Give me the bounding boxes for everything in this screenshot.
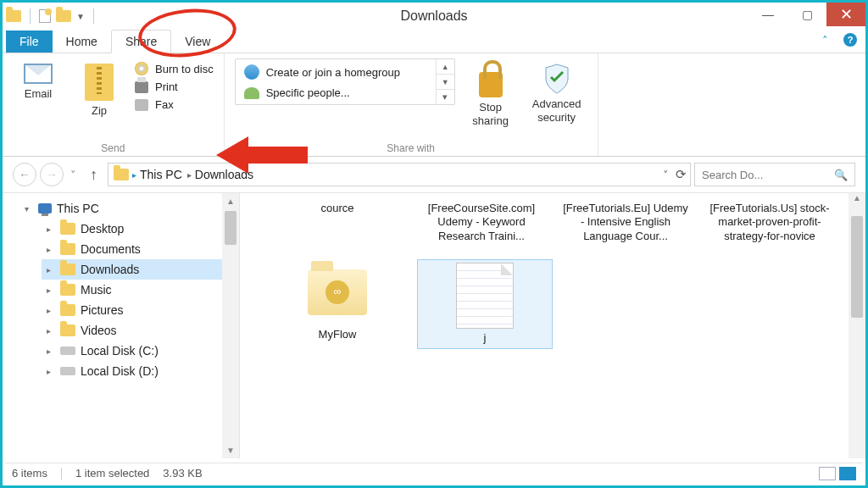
content-area: ▾ This PC ▸Desktop▸Documents▸Downloads▸M… <box>3 192 865 458</box>
tree-item-downloads[interactable]: ▸Downloads <box>42 259 239 280</box>
ribbon-collapse-icon[interactable]: ˄ <box>822 34 828 47</box>
file-name: [FreeTutorials.Eu] Udemy - Intensive Eng… <box>562 202 689 243</box>
tree-item-pictures[interactable]: ▸Pictures <box>42 300 239 320</box>
search-box[interactable]: Search Do... 🔍 <box>694 163 855 186</box>
caret-right-icon[interactable]: ▸ <box>47 306 55 315</box>
burn-to-disc-button[interactable]: Burn to disc <box>135 62 214 75</box>
tree-item-desktop[interactable]: ▸Desktop <box>42 219 239 239</box>
help-icon[interactable]: ? <box>843 33 857 47</box>
file-pane[interactable]: cource[FreeCourseSite.com] Udemy - Keywo… <box>240 193 865 458</box>
caret-right-icon[interactable]: ▸ <box>47 225 55 234</box>
group-label-send: Send <box>13 139 214 154</box>
scroll-up-icon[interactable]: ▲ <box>853 193 861 202</box>
scroll-down-icon[interactable]: ▼ <box>226 446 235 455</box>
tree-item-label: Local Disk (D:) <box>81 364 159 378</box>
caret-right-icon[interactable]: ▸ <box>47 265 55 274</box>
tab-view[interactable]: View <box>171 30 224 53</box>
address-dropdown-icon[interactable]: ˅ <box>663 169 669 181</box>
tree-item-label: Local Disk (C:) <box>81 344 159 358</box>
email-button[interactable]: Email <box>13 58 64 101</box>
pc-icon <box>38 203 52 214</box>
breadcrumb-current[interactable]: Downloads <box>195 168 253 181</box>
maximize-button[interactable]: ▢ <box>787 3 826 26</box>
disc-icon <box>135 62 148 75</box>
tree-this-pc[interactable]: ▾ This PC <box>19 198 239 219</box>
tree-item-local-disk-c-[interactable]: ▸Local Disk (C:) <box>42 341 239 361</box>
caret-right-icon[interactable]: ▸ <box>47 245 55 254</box>
caret-right-icon[interactable]: ▸ <box>47 326 55 336</box>
caret-right-icon[interactable]: ▸ <box>47 286 55 295</box>
caret-right-icon[interactable]: ▸ <box>47 347 55 356</box>
icons-view-icon[interactable] <box>839 467 856 480</box>
folder-icon <box>60 243 75 255</box>
quick-access-toolbar: ▼ <box>3 8 97 24</box>
gallery-up-icon[interactable]: ▲ <box>437 59 454 75</box>
shield-icon <box>544 64 570 94</box>
close-button[interactable]: ✕ <box>826 3 865 26</box>
scroll-up-icon[interactable]: ▲ <box>226 197 235 206</box>
address-bar[interactable]: ▸ This PC▸ Downloads ˅ ⟳ <box>108 163 691 186</box>
tab-file[interactable]: File <box>6 30 53 53</box>
breadcrumb-root[interactable]: This PC▸ <box>140 168 192 181</box>
folder-icon <box>60 304 75 316</box>
tree-item-label: Downloads <box>81 263 139 276</box>
gallery-scroll[interactable]: ▲ ▼ ▾ <box>436 59 454 104</box>
file-item[interactable]: ∞MyFlow <box>274 260 401 348</box>
tree-item-label: Videos <box>81 324 117 337</box>
people-icon <box>244 87 259 99</box>
folder-icon: ∞ <box>297 260 378 324</box>
filepane-scrollbar[interactable]: ▲ <box>849 193 865 458</box>
view-mode-switch[interactable] <box>819 467 856 480</box>
refresh-icon[interactable]: ⟳ <box>676 167 687 182</box>
print-button[interactable]: Print <box>135 80 214 93</box>
scrollbar-thumb[interactable] <box>225 211 236 245</box>
ribbon-share: Email Zip Burn to disc Print Fax <box>3 53 865 157</box>
file-item[interactable]: [FreeCourseSite.com] Udemy - Keyword Res… <box>418 202 545 243</box>
navigation-pane[interactable]: ▾ This PC ▸Desktop▸Documents▸Downloads▸M… <box>3 193 240 458</box>
minimize-button[interactable]: — <box>748 3 787 26</box>
tree-item-local-disk-d-[interactable]: ▸Local Disk (D:) <box>42 361 239 381</box>
advanced-security-button[interactable]: Advanced security <box>526 58 587 124</box>
nav-back-button[interactable]: ← <box>13 163 36 186</box>
gallery-more-icon[interactable]: ▾ <box>437 90 454 104</box>
file-item[interactable]: cource <box>274 202 401 243</box>
caret-right-icon[interactable]: ▸ <box>47 367 55 376</box>
zip-button[interactable]: Zip <box>74 58 125 118</box>
qat-dropdown-icon[interactable]: ▼ <box>76 12 85 21</box>
file-item[interactable]: [FreeTutorials.Us] stock-market-proven-p… <box>706 202 833 243</box>
group-label-sharewith: Share with <box>235 139 587 154</box>
file-icon <box>444 263 526 328</box>
folder-icon <box>60 263 75 275</box>
tree-item-label: Pictures <box>81 303 124 317</box>
navpane-scrollbar[interactable]: ▲ ▼ <box>222 193 239 458</box>
new-doc-icon[interactable] <box>39 9 51 23</box>
fax-button[interactable]: Fax <box>135 98 214 111</box>
share-gallery[interactable]: Create or join a homegroup Specific peop… <box>235 58 455 105</box>
stop-sharing-button[interactable]: Stop sharing <box>465 58 516 127</box>
tab-share[interactable]: Share <box>111 30 171 53</box>
scrollbar-thumb[interactable] <box>851 216 863 318</box>
tree-item-videos[interactable]: ▸Videos <box>42 320 239 341</box>
group-share-with: Create or join a homegroup Specific peop… <box>225 53 598 156</box>
globe-icon <box>244 64 259 80</box>
drive-icon <box>60 367 75 375</box>
open-folder-icon[interactable] <box>56 10 71 22</box>
details-view-icon[interactable] <box>819 467 836 480</box>
status-selection: 1 item selected <box>75 467 149 480</box>
tree-item-documents[interactable]: ▸Documents <box>42 239 239 259</box>
folder-icon <box>60 284 75 296</box>
file-item[interactable]: j <box>418 260 552 348</box>
gallery-down-icon[interactable]: ▼ <box>437 75 454 90</box>
tree-item-music[interactable]: ▸Music <box>42 280 239 300</box>
file-name: cource <box>320 202 353 215</box>
nav-up-button[interactable]: ↑ <box>83 166 104 184</box>
nav-forward-button[interactable]: → <box>40 163 64 186</box>
specific-people-item[interactable]: Specific people... <box>241 85 431 101</box>
caret-down-icon[interactable]: ▾ <box>25 204 33 214</box>
create-homegroup-item[interactable]: Create or join a homegroup <box>241 63 431 81</box>
nav-history-dropdown[interactable]: ˅ <box>67 169 80 181</box>
file-item[interactable]: [FreeTutorials.Eu] Udemy - Intensive Eng… <box>562 202 689 243</box>
tab-home[interactable]: Home <box>53 30 111 53</box>
status-size: 3.93 KB <box>163 467 202 480</box>
window-title: Downloads <box>3 8 865 24</box>
